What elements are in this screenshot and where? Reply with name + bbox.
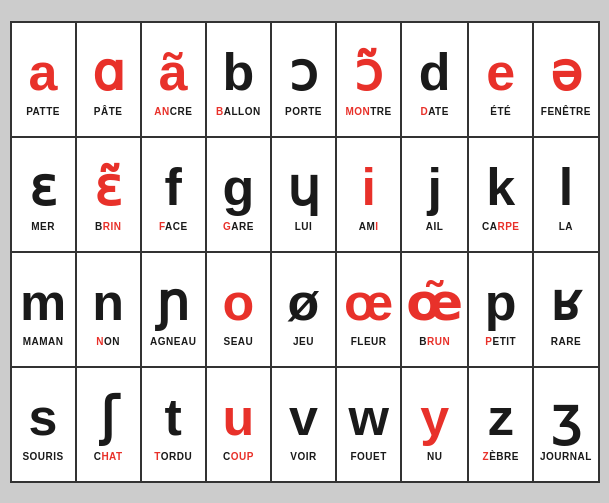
ipa-symbol: f [146,159,201,216]
ipa-symbol: ʁ [538,274,593,331]
cell-r1-c8: lLA [533,137,598,252]
ipa-label: PETIT [473,336,528,348]
ipa-label: LA [538,221,593,233]
ipa-label: MER [16,221,71,233]
ipa-label: ÉTÉ [473,106,528,118]
ipa-symbol: z [473,389,528,446]
cell-r0-c1: ɑPÂTE [76,22,141,137]
ipa-symbol: ɔ̃ [341,44,396,101]
ipa-symbol: s [16,389,71,446]
cell-r1-c7: kCARPE [468,137,533,252]
ipa-symbol: k [473,159,528,216]
cell-r2-c3: oSEAU [206,252,271,367]
cell-r2-c1: nNON [76,252,141,367]
ipa-symbol: ɲ [146,274,201,331]
ipa-label: GARE [211,221,266,233]
ipa-label: FOUET [341,451,396,463]
cell-r2-c4: øJEU [271,252,336,367]
cell-r2-c2: ɲAGNEAU [141,252,206,367]
ipa-label: FLEUR [341,336,396,348]
ipa-symbol: u [211,389,266,446]
ipa-symbol: œ̃ [406,274,463,331]
cell-r0-c3: bBALLON [206,22,271,137]
cell-r1-c3: gGARE [206,137,271,252]
cell-r3-c1: ʃCHAT [76,367,141,482]
cell-r0-c8: əFENÊTRE [533,22,598,137]
cell-r1-c5: iAMI [336,137,401,252]
ipa-label: LUI [276,221,331,233]
cell-r3-c4: vVOIR [271,367,336,482]
ipa-label: ANCRE [146,106,201,118]
cell-r3-c3: uCOUP [206,367,271,482]
ipa-label: PORTE [276,106,331,118]
ipa-label: BALLON [211,106,266,118]
ipa-label: AIL [406,221,463,233]
ipa-symbol: ɔ [276,44,331,101]
ipa-label: CARPE [473,221,528,233]
cell-r2-c5: œFLEUR [336,252,401,367]
ipa-label: NU [406,451,463,463]
ipa-label: PATTE [16,106,71,118]
ipa-label: RARE [538,336,593,348]
ipa-symbol: ø [276,274,331,331]
ipa-label: BRIN [81,221,136,233]
ipa-symbol: n [81,274,136,331]
ipa-symbol: b [211,44,266,101]
ipa-symbol: l [538,159,593,216]
cell-r1-c1: ɛ̃BRIN [76,137,141,252]
ipa-label: SOURIS [16,451,71,463]
cell-r1-c6: jAIL [401,137,468,252]
cell-r2-c8: ʁRARE [533,252,598,367]
cell-r0-c0: aPATTE [11,22,76,137]
ipa-label: COUP [211,451,266,463]
ipa-label: AGNEAU [146,336,201,348]
cell-r0-c5: ɔ̃MONTRE [336,22,401,137]
ipa-symbol: ʃ [81,389,136,446]
ipa-label: SEAU [211,336,266,348]
cell-r3-c0: sSOURIS [11,367,76,482]
cell-r1-c0: ɛMER [11,137,76,252]
ipa-label: CHAT [81,451,136,463]
cell-r3-c6: yNU [401,367,468,482]
cell-r2-c7: pPETIT [468,252,533,367]
cell-r3-c7: zZÈBRE [468,367,533,482]
ipa-symbol: ɛ [16,159,71,216]
ipa-label: FENÊTRE [538,106,593,118]
cell-r2-c0: mMAMAN [11,252,76,367]
ipa-symbol: t [146,389,201,446]
cell-r0-c7: eÉTÉ [468,22,533,137]
cell-r0-c6: dDATE [401,22,468,137]
ipa-label: VOIR [276,451,331,463]
ipa-symbol: ə [538,44,593,101]
ipa-label: TORDU [146,451,201,463]
cell-r3-c2: tTORDU [141,367,206,482]
ipa-label: ZÈBRE [473,451,528,463]
ipa-label: JOURNAL [538,451,593,463]
ipa-label: FACE [146,221,201,233]
ipa-label: NON [81,336,136,348]
ipa-symbol: ɑ [81,44,136,101]
ipa-symbol: ʒ [538,389,593,446]
ipa-symbol: v [276,389,331,446]
ipa-symbol: p [473,274,528,331]
ipa-label: DATE [406,106,463,118]
ipa-symbol: i [341,159,396,216]
cell-r2-c6: œ̃BRUN [401,252,468,367]
cell-r1-c2: fFACE [141,137,206,252]
ipa-label: MAMAN [16,336,71,348]
ipa-symbol: a [16,44,71,101]
ipa-label: AMI [341,221,396,233]
cell-r0-c2: ãANCRE [141,22,206,137]
ipa-label: MONTRE [341,106,396,118]
ipa-symbol: ɛ̃ [81,159,136,216]
ipa-symbol: y [406,389,463,446]
ipa-symbol: ã [146,44,201,101]
cell-r3-c8: ʒJOURNAL [533,367,598,482]
ipa-symbol: œ [341,274,396,331]
ipa-symbol: o [211,274,266,331]
ipa-symbol: j [406,159,463,216]
ipa-label: JEU [276,336,331,348]
ipa-symbol: d [406,44,463,101]
cell-r3-c5: wFOUET [336,367,401,482]
ipa-symbol: ɥ [276,159,331,216]
